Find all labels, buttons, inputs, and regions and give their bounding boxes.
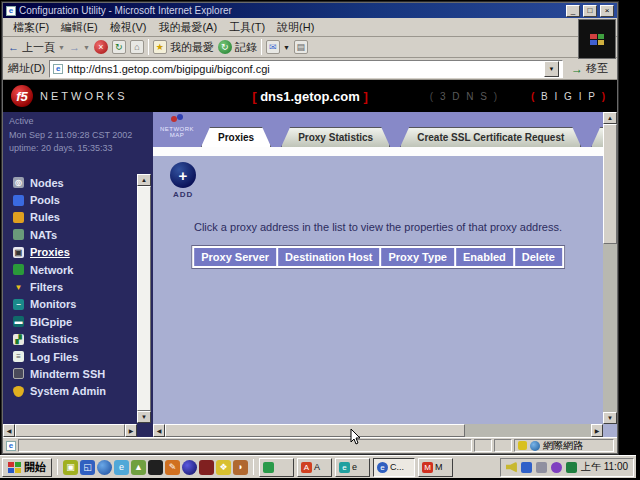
menu-item-view[interactable]: 檢視(V) [104, 18, 153, 37]
scrollbar-thumb[interactable] [165, 424, 465, 437]
network-map-button[interactable]: NETWORK MAP [157, 114, 197, 138]
quicklaunch-icon-7[interactable]: ✎ [165, 460, 180, 475]
stop-button[interactable]: × [94, 40, 108, 54]
sidebar-item-monitors[interactable]: ~ Monitors [13, 296, 137, 313]
sidebar-item-nodes[interactable]: ◎ Nodes [13, 174, 137, 191]
quicklaunch-icon-1[interactable]: ▣ [63, 460, 78, 475]
go-button[interactable]: → 移至 [567, 61, 612, 76]
tray-icon-4[interactable] [551, 462, 562, 473]
tray-icon-5[interactable] [566, 462, 577, 473]
close-button[interactable]: × [600, 5, 614, 17]
scroll-right-button[interactable]: ▶ [591, 424, 603, 437]
menubar: 檔案(F) 編輯(E) 檢視(V) 我的最愛(A) 工具(T) 說明(H) [3, 18, 617, 37]
system-admin-icon [13, 386, 24, 397]
task-button-3[interactable]: e e [335, 458, 370, 477]
sidebar-item-bigpipe[interactable]: ▬ BIGpipe [13, 313, 137, 330]
minimize-button[interactable]: _ [566, 5, 580, 17]
sidebar-item-nats[interactable]: NATs [13, 226, 137, 243]
column-proxy-type[interactable]: Proxy Type [381, 248, 454, 266]
menu-item-help[interactable]: 說明(H) [271, 18, 320, 37]
sidebar-horizontal-scrollbar[interactable]: ◀ ▶ [3, 424, 137, 437]
tab-create-ssl-certificate-request[interactable]: Create SSL Certificate Request [400, 127, 581, 147]
tray-icon-3[interactable] [536, 462, 547, 473]
column-destination-host[interactable]: Destination Host [278, 248, 379, 266]
forward-dropdown-icon: ▼ [83, 44, 90, 51]
status-page-icon: e [6, 441, 16, 451]
scrollbar-thumb[interactable] [15, 424, 125, 437]
scroll-up-button[interactable]: ▲ [137, 174, 151, 186]
refresh-button[interactable]: ↻ [112, 40, 126, 54]
tray-icon-2[interactable] [521, 462, 532, 473]
sidebar-item-rules[interactable]: Rules [13, 209, 137, 226]
proxy-table-header: Proxy Server Destination Host Proxy Type… [191, 245, 565, 269]
sidebar-item-mindterm-ssh[interactable]: Mindterm SSH [13, 365, 137, 382]
task-button-2[interactable]: A A [297, 458, 332, 477]
main-horizontal-scrollbar[interactable]: ◀ ▶ [153, 424, 603, 437]
sidebar-item-statistics[interactable]: ▞ Statistics [13, 331, 137, 348]
scrollbar-thumb[interactable] [137, 186, 151, 411]
scroll-left-button[interactable]: ◀ [3, 424, 15, 437]
back-icon: ← [8, 41, 19, 53]
quicklaunch-icon-9[interactable] [199, 460, 214, 475]
history-button[interactable]: ↻ 記錄 [218, 40, 257, 55]
scroll-down-button[interactable]: ▼ [137, 411, 151, 423]
task-icon: e [377, 462, 388, 473]
sidebar-item-filters[interactable]: ▼ Filters [13, 278, 137, 295]
sidebar-item-proxies[interactable]: ▣ Proxies [13, 244, 137, 261]
add-button[interactable]: + [170, 162, 196, 188]
taskbar-clock[interactable]: 上午 11:00 [581, 460, 628, 474]
sidebar-item-log-files[interactable]: ≡ Log Files [13, 348, 137, 365]
main-vertical-scrollbar[interactable]: ▲ ▼ [603, 112, 617, 424]
plus-icon: + [179, 167, 188, 184]
quicklaunch-icon-11[interactable]: ◗ [233, 460, 248, 475]
address-input[interactable]: e http://dns1.getop.com/bigipgui/bigconf… [49, 60, 563, 78]
quicklaunch-icon-6[interactable] [148, 460, 163, 475]
column-enabled[interactable]: Enabled [456, 248, 513, 266]
task-button-5[interactable]: M M [418, 458, 453, 477]
quicklaunch-icon-3[interactable] [97, 460, 112, 475]
back-label: 上一頁 [22, 40, 55, 55]
volume-icon[interactable] [506, 462, 517, 473]
tab-proxy-statistics[interactable]: Proxy Statistics [281, 127, 390, 147]
menu-item-tools[interactable]: 工具(T) [223, 18, 271, 37]
menu-item-favorites[interactable]: 我的最愛(A) [152, 18, 223, 37]
scroll-down-button[interactable]: ▼ [603, 412, 617, 424]
sidebar-item-system-admin[interactable]: System Admin [13, 383, 137, 400]
tab-install-ssl-certificate[interactable]: Install SSL Certif [591, 127, 603, 147]
start-button[interactable]: 開始 [2, 458, 52, 477]
maximize-button[interactable]: □ [583, 5, 597, 17]
menu-item-file[interactable]: 檔案(F) [7, 18, 55, 37]
mail-icon: ✉ [266, 40, 280, 54]
favorites-button[interactable]: ★ 我的最愛 [153, 40, 214, 55]
address-dropdown-button[interactable]: ▼ [544, 61, 559, 77]
sidebar-item-network[interactable]: Network [13, 261, 137, 278]
forward-button[interactable]: → ▼ [69, 41, 90, 53]
column-delete[interactable]: Delete [515, 248, 562, 266]
tab-row: Proxies Proxy Statistics Create SSL Cert… [201, 126, 603, 147]
sidebar-item-pools[interactable]: Pools [13, 191, 137, 208]
print-button[interactable]: ▤ [294, 40, 308, 54]
taskbar-separator [253, 459, 254, 475]
tab-proxies[interactable]: Proxies [201, 127, 271, 147]
zone-label: 網際網路 [543, 439, 583, 453]
column-proxy-server[interactable]: Proxy Server [194, 248, 276, 266]
scrollbar-thumb[interactable] [603, 124, 617, 244]
task-button-4-active[interactable]: e C... [373, 458, 415, 477]
quicklaunch-icon-10[interactable]: ❖ [216, 460, 231, 475]
status-message-panel [18, 439, 472, 452]
quicklaunch-icon-8[interactable] [182, 460, 197, 475]
mail-button[interactable]: ✉ ▼ [266, 40, 290, 54]
quicklaunch-icon-5[interactable]: ▲ [131, 460, 146, 475]
scroll-up-button[interactable]: ▲ [603, 112, 617, 124]
scroll-left-button[interactable]: ◀ [153, 424, 165, 437]
scroll-right-button[interactable]: ▶ [125, 424, 137, 437]
titlebar[interactable]: e Configuration Utility - Microsoft Inte… [3, 3, 617, 18]
home-button[interactable]: ⌂ [130, 40, 144, 54]
sidebar-vertical-scrollbar[interactable]: ▲ ▼ [137, 174, 151, 423]
task-button-1[interactable] [259, 458, 294, 477]
quicklaunch-icon-4[interactable]: e [114, 460, 129, 475]
back-button[interactable]: ← 上一頁 ▼ [8, 40, 65, 55]
quicklaunch-icon-2[interactable]: ◱ [80, 460, 95, 475]
menu-item-edit[interactable]: 編輯(E) [55, 18, 104, 37]
site-header: f5 NETWORKS [ dns1.getop.com ] ( 3 D N S… [3, 80, 617, 112]
